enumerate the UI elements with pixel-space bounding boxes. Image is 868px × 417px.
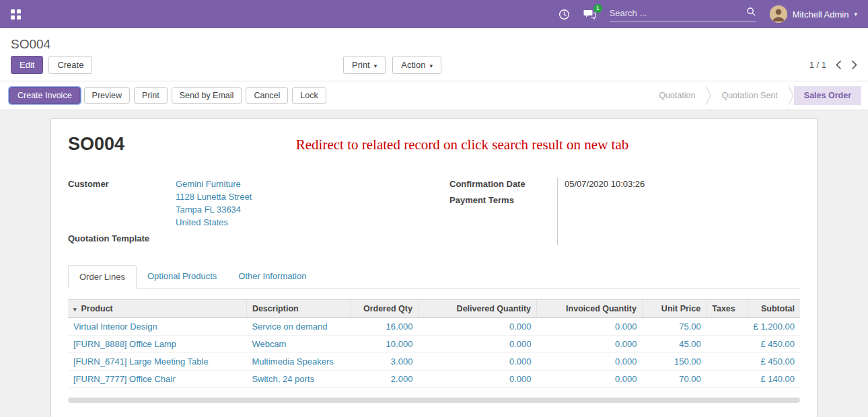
lock-button[interactable]: Lock [292,87,326,104]
cell-taxes[interactable] [707,371,748,388]
breadcrumb: SO004 [0,28,868,56]
cell-subtotal[interactable]: £ 450.00 [748,336,800,353]
cell-subtotal[interactable]: £ 1,200.00 [748,318,800,336]
cell-product[interactable]: [FURN_7777] Office Chair [68,371,246,388]
stage-separator-icon [705,85,711,106]
quotation-template-label: Quotation Template [68,232,176,245]
notebook-tabs: Order Lines Optional Products Other Info… [68,265,800,289]
order-lines-table: ▾Product Description Ordered Qty Deliver… [68,299,800,388]
cell-invoiced-qty[interactable]: 0.000 [537,371,643,388]
cell-unit-price[interactable]: 150.00 [642,353,706,371]
confirmation-date-value: 05/07/2020 10:03:26 [565,178,800,190]
sheet-header: SO004 Redirect to related record on clic… [68,134,800,155]
cell-unit-price[interactable]: 70.00 [642,371,706,388]
topbar-right: 1 Mitchell Admin ▾ [558,5,857,23]
customer-name-link[interactable]: Gemini Furniture [176,178,419,190]
create-invoice-button[interactable]: Create Invoice [9,87,80,104]
column-header-taxes[interactable]: Taxes [707,300,748,318]
activities-clock-icon[interactable] [558,9,570,20]
column-header-description[interactable]: Description [246,300,350,318]
chevron-down-icon: ▾ [854,11,857,17]
horizontal-scrollbar[interactable] [68,397,800,403]
cell-subtotal[interactable]: £ 450.00 [748,353,800,371]
column-header-subtotal[interactable]: Subtotal [748,300,800,318]
preview-button[interactable]: Preview [84,87,130,104]
pager-value: 1 / 1 [809,60,826,70]
page-title: SO004 [11,37,50,51]
cell-ordered-qty[interactable]: 3.000 [350,353,418,371]
cell-invoiced-qty[interactable]: 0.000 [537,336,643,353]
cell-ordered-qty[interactable]: 10.000 [350,336,418,353]
print-button[interactable]: Print [134,87,168,104]
tab-order-lines[interactable]: Order Lines [68,265,137,289]
cell-product[interactable]: [FURN_6741] Large Meeting Table [68,353,246,371]
messages-icon[interactable]: 1 [583,9,596,20]
tab-optional-products[interactable]: Optional Products [137,265,227,288]
table-row[interactable]: [FURN_7777] Office Chair Switch, 24 port… [68,371,800,388]
sort-caret-icon[interactable]: ▾ [73,306,77,313]
quotation-template-value[interactable] [176,232,419,245]
edit-button[interactable]: Edit [11,56,43,74]
cell-delivered-qty[interactable]: 0.000 [418,353,536,371]
column-header-delivered-qty[interactable]: Delivered Quantity [418,300,536,318]
customer-address-line: 1128 Lunetta Street [176,190,419,203]
table-row[interactable]: [FURN_6741] Large Meeting Table Multimed… [68,353,800,371]
pager-previous-icon[interactable] [836,60,842,70]
table-row[interactable]: [FURN_8888] Office Lamp Webcam 10.000 0.… [68,336,800,353]
stage-sales-order[interactable]: Sales Order [794,86,861,105]
print-menu-button[interactable]: Print▾ [343,56,386,74]
apps-menu-icon[interactable] [11,9,21,20]
cell-product[interactable]: Virtual Interior Design [68,318,246,336]
column-header-invoiced-qty[interactable]: Invoiced Quantity [537,300,643,318]
cell-description[interactable]: Service on demand [246,318,350,336]
confirmation-date-label: Confirmation Date [449,178,557,190]
cell-invoiced-qty[interactable]: 0.000 [537,318,643,336]
cell-taxes[interactable] [707,336,748,353]
cell-delivered-qty[interactable]: 0.000 [418,371,536,388]
user-menu[interactable]: Mitchell Admin ▾ [770,5,857,23]
cell-product[interactable]: [FURN_8888] Office Lamp [68,336,246,353]
search-icon[interactable] [746,7,756,20]
top-navbar: 1 Mitchell Admin ▾ [0,0,868,28]
create-button[interactable]: Create [48,56,92,74]
cell-invoiced-qty[interactable]: 0.000 [537,353,643,371]
stage-separator-icon [788,85,794,106]
column-header-unit-price[interactable]: Unit Price [642,300,706,318]
chevron-down-icon: ▾ [429,63,433,69]
cell-delivered-qty[interactable]: 0.000 [418,336,536,353]
cancel-button[interactable]: Cancel [246,87,288,104]
order-reference-title: SO004 [68,134,124,155]
stage-quotation-sent[interactable]: Quotation Sent [711,86,787,105]
cell-unit-price[interactable]: 45.00 [642,336,706,353]
record-buttons: Edit Create [11,56,92,74]
cell-description[interactable]: Switch, 24 ports [246,371,350,388]
avatar [770,5,787,23]
global-search [610,6,756,22]
cell-taxes[interactable] [707,353,748,371]
tab-other-information[interactable]: Other Information [227,265,317,288]
cell-delivered-qty[interactable]: 0.000 [418,318,536,336]
cell-description[interactable]: Multimedia Speakers [246,353,350,371]
right-field-group: Confirmation Date Payment Terms 05/07/20… [449,178,800,245]
table-row[interactable]: Virtual Interior Design Service on deman… [68,318,800,336]
customer-value: Gemini Furniture 1128 Lunetta Street Tam… [176,178,419,229]
pager-next-icon[interactable] [851,60,857,70]
action-menus: Print▾ Action▾ [343,56,441,74]
cell-description[interactable]: Webcam [246,336,350,353]
cell-taxes[interactable] [707,318,748,336]
form-view-background: SO004 Redirect to related record on clic… [0,110,868,417]
annotation-text: Redirect to related record on click sear… [124,134,800,153]
cell-ordered-qty[interactable]: 16.000 [350,318,418,336]
cell-ordered-qty[interactable]: 2.000 [350,371,418,388]
action-menu-button[interactable]: Action▾ [392,56,441,74]
cell-subtotal[interactable]: £ 140.00 [748,371,800,388]
cell-unit-price[interactable]: 75.00 [642,318,706,336]
field-groups: Customer Gemini Furniture 1128 Lunetta S… [68,178,800,245]
messages-badge: 1 [593,4,602,13]
column-header-ordered-qty[interactable]: Ordered Qty [350,300,418,318]
column-header-product[interactable]: ▾Product [68,300,246,318]
send-by-email-button[interactable]: Send by Email [172,87,242,104]
search-input[interactable] [610,6,746,20]
user-name: Mitchell Admin [793,9,849,20]
stage-quotation[interactable]: Quotation [649,86,705,105]
